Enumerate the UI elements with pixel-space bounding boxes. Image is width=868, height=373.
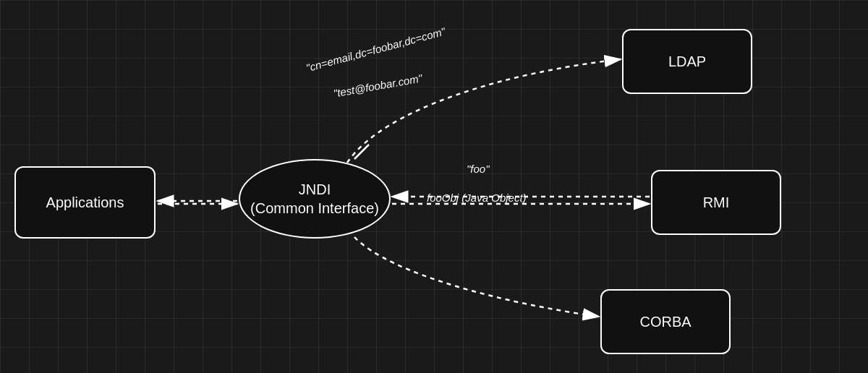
corba-label: CORBA <box>639 312 691 331</box>
jndi-label-line2: (Common Interface) <box>250 199 379 218</box>
node-rmi: RMI <box>651 170 781 235</box>
node-jndi: JNDI (Common Interface) <box>239 159 391 239</box>
rmi-label: RMI <box>703 193 730 212</box>
arrow-jndi-ldap-start <box>354 145 369 159</box>
node-applications: Applications <box>14 166 156 239</box>
node-ldap: LDAP <box>622 29 752 94</box>
arrow-jndi-to-ldap <box>347 59 621 163</box>
jndi-label-line1: JNDI <box>250 180 379 199</box>
label-fooobj: fooObj (Java Object) <box>427 192 527 204</box>
ldap-label: LDAP <box>668 52 706 71</box>
arrow-jndi-to-corba <box>354 237 599 317</box>
node-corba: CORBA <box>600 289 731 354</box>
label-foo: "foo" <box>467 163 490 175</box>
applications-label: Applications <box>46 193 124 212</box>
diagram-container: Applications JNDI (Common Interface) LDA… <box>0 0 868 373</box>
